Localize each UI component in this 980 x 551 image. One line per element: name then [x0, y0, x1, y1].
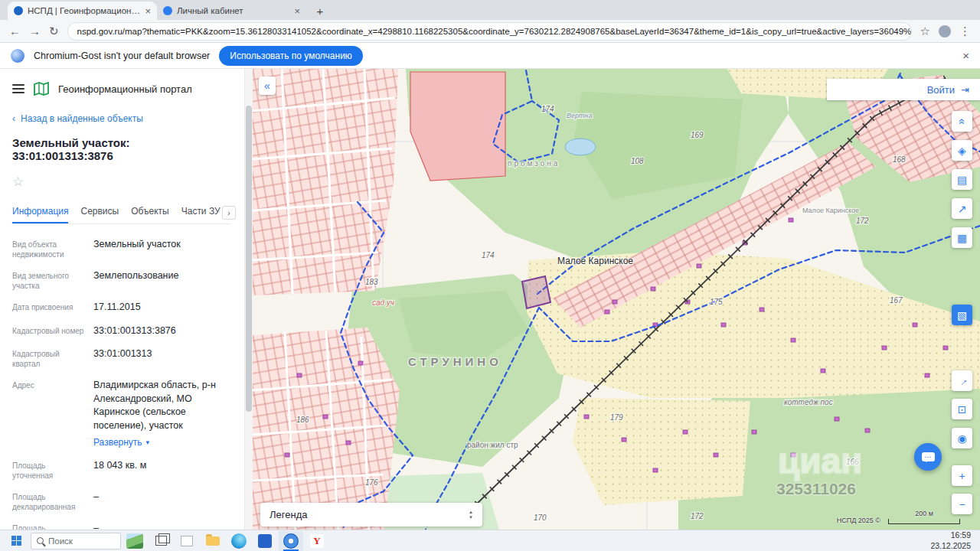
portal-logo-icon: [33, 80, 50, 97]
chat-button[interactable]: ⋯: [914, 443, 942, 471]
plus-icon: +: [959, 471, 965, 481]
field-value: 33:01:001313: [93, 347, 152, 369]
field-label: Кадастровый квартал: [12, 347, 86, 369]
taskbar-clock[interactable]: 16:59 23.12.2025: [930, 530, 977, 550]
map-number: 172: [856, 217, 869, 225]
field-row: Дата присвоения 17.11.2015: [12, 301, 230, 315]
map-number: 108: [631, 157, 644, 165]
field-value: Землепользование: [93, 269, 178, 291]
print-button[interactable]: ▦: [952, 227, 972, 248]
scrollbar-thumb[interactable]: [246, 106, 252, 412]
browser-menu-icon[interactable]: ⋮: [959, 25, 971, 37]
frame-select-button[interactable]: ⊡: [952, 399, 972, 419]
tab-objects[interactable]: Объекты: [131, 201, 169, 223]
menu-icon[interactable]: [12, 84, 24, 93]
nspd-favicon: [14, 6, 23, 15]
bookmark-star-icon[interactable]: ☆: [920, 25, 930, 37]
field-row: Кадастровый номер 33:01:001313:3876: [12, 324, 230, 338]
pond: [565, 139, 596, 155]
portal-title: Геоинформационный портал: [58, 83, 192, 95]
info-tabs: Информация Сервисы Объекты Части ЗУ Сост…: [12, 201, 230, 224]
minus-icon: −: [959, 499, 965, 510]
taskbar-chromium-gost[interactable]: [279, 531, 303, 551]
new-tab-button[interactable]: +: [312, 5, 328, 18]
selected-parcel[interactable]: [522, 276, 550, 308]
clock-date: 23.12.2025: [930, 541, 971, 551]
collapse-panel-button[interactable]: «: [259, 77, 276, 95]
copyright-label: НСПД 2025 ©: [837, 517, 880, 524]
chromium-gost-icon: [11, 49, 24, 63]
expand-tools-button[interactable]: «: [952, 111, 972, 132]
profile-avatar[interactable]: [939, 25, 951, 37]
share-button[interactable]: ↗: [952, 198, 972, 219]
map-view[interactable]: промзона Вертна Малое Каринское Малое Ка…: [253, 69, 980, 530]
taskbar-search[interactable]: Поиск: [31, 533, 121, 549]
legend-expand-icon[interactable]: ▲▼: [469, 510, 473, 520]
browser-tab-account[interactable]: Личный кабинет ×: [157, 2, 306, 20]
field-value: Владимирская область, р-н Александровски…: [93, 379, 230, 432]
layers-button[interactable]: ◈: [952, 140, 972, 161]
taskbar-app-window[interactable]: [175, 531, 199, 551]
field-label: Вид объекта недвижимости: [12, 238, 86, 259]
window-icon: [181, 536, 193, 546]
taskbar-app-blue[interactable]: [253, 531, 277, 551]
field-label: Площадь уточненная: [12, 459, 86, 481]
ring-icon: ◉: [957, 433, 966, 444]
field-label: Адрес: [12, 379, 86, 449]
taskbar-yandex[interactable]: Y: [305, 531, 329, 551]
start-button[interactable]: [3, 531, 29, 551]
default-browser-notification: Chromium-Gost isn't your default browser…: [0, 43, 980, 69]
sidebar-scrollbar[interactable]: [244, 69, 253, 530]
expand-address-link[interactable]: Развернуть ▾: [93, 436, 230, 449]
radius-select-button[interactable]: ◉: [952, 428, 972, 448]
map-canvas[interactable]: промзона Вертна Малое Каринское Малое Ка…: [253, 69, 980, 530]
map-label: Малое Каринское: [802, 207, 859, 214]
map-number: 167: [890, 296, 903, 305]
close-notification-icon[interactable]: ×: [962, 49, 969, 62]
field-row: Площадь уточненная 18 043 кв. м: [12, 459, 230, 481]
scale-bar: 200 м: [888, 519, 960, 524]
tab-parts[interactable]: Части ЗУ: [181, 201, 220, 223]
map-number: 168: [893, 155, 906, 164]
url-input[interactable]: nspd.gov.ru/map?thematic=PKK&zoom=15.361…: [67, 22, 912, 41]
locate-button[interactable]: →: [952, 370, 972, 391]
close-tab-icon[interactable]: ×: [145, 5, 151, 17]
tab-title: Личный кабинет: [177, 6, 289, 15]
highlighted-red-area: [410, 72, 505, 181]
taskbar-file-explorer[interactable]: [201, 531, 225, 551]
active-tool-button[interactable]: ▧: [952, 305, 972, 325]
zoom-in-button[interactable]: +: [952, 465, 972, 486]
frame-icon: ⊡: [958, 404, 967, 415]
field-row: Вид объекта недвижимости Земельный участ…: [12, 238, 230, 259]
field-value: –: [93, 491, 99, 512]
measure-button[interactable]: ▤: [952, 169, 972, 190]
favorite-star-icon[interactable]: ☆: [12, 174, 230, 190]
object-info-panel: Геоинформационный портал ‹ Назад в найде…: [0, 69, 253, 530]
account-favicon: [163, 6, 172, 15]
taskbar-edge[interactable]: [227, 531, 251, 551]
legend-panel[interactable]: Легенда ▲▼: [260, 503, 482, 527]
back-to-results-link[interactable]: ‹ Назад в найденные объекты: [12, 113, 230, 124]
share-icon: ↗: [958, 204, 967, 214]
field-row: Кадастровый квартал 33:01:001313: [12, 347, 230, 369]
set-default-button[interactable]: Использовать по умолчанию: [219, 46, 363, 66]
task-view-button[interactable]: [149, 531, 173, 551]
map-number: 174: [541, 105, 554, 113]
map-number: 169: [691, 131, 704, 139]
login-bar[interactable]: Войти ⇥: [827, 79, 980, 100]
back-icon[interactable]: ←: [9, 25, 21, 37]
browser-tab-nspd[interactable]: НСПД | Геоинформационный портал ×: [8, 2, 157, 20]
tab-information[interactable]: Информация: [12, 201, 68, 223]
field-value: 33:01:001313:3876: [93, 324, 176, 338]
search-placeholder: Поиск: [48, 536, 73, 546]
forward-icon[interactable]: →: [29, 25, 41, 37]
reload-icon[interactable]: ↻: [49, 25, 59, 37]
tabs-scroll-right-icon[interactable]: ›: [222, 206, 236, 220]
close-tab-icon[interactable]: ×: [294, 5, 300, 17]
map-number: 179: [610, 413, 623, 422]
tab-services[interactable]: Сервисы: [80, 201, 119, 223]
tab-title: НСПД | Геоинформационный портал: [28, 6, 140, 15]
zoom-out-button[interactable]: −: [952, 494, 972, 514]
taskbar-widget[interactable]: [122, 531, 147, 551]
folder-icon: [206, 536, 220, 546]
